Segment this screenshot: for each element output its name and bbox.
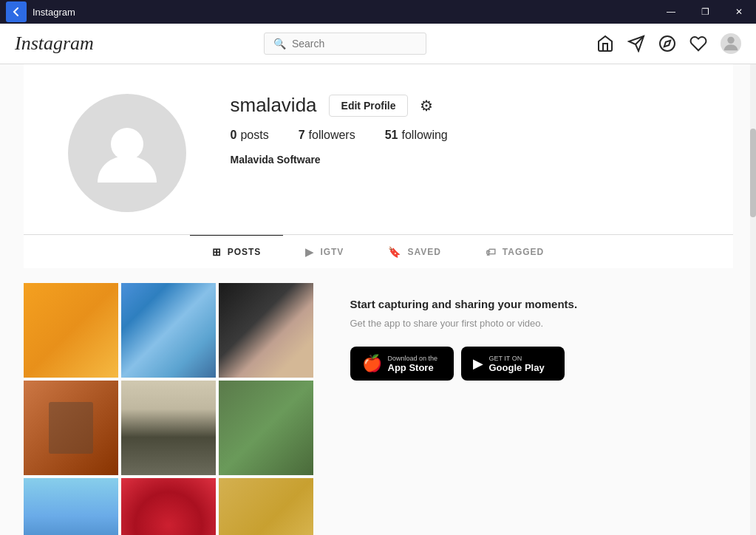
- nav-icons: [596, 33, 741, 54]
- following-stat: 51 following: [385, 129, 448, 142]
- tagged-tab-icon: 🏷: [486, 246, 497, 258]
- following-label: following: [402, 129, 448, 142]
- title-bar: Instagram — ❐ ✕: [0, 0, 756, 24]
- post-thumbnail[interactable]: [219, 478, 313, 535]
- tab-saved[interactable]: 🔖 SAVED: [366, 235, 463, 268]
- minimize-button[interactable]: —: [654, 0, 688, 24]
- profile-section: smalavida Edit Profile ⚙ 0 posts 7 follo…: [24, 64, 733, 234]
- post-thumbnail[interactable]: [219, 283, 313, 378]
- top-navigation: Instagram 🔍: [0, 24, 756, 64]
- svg-point-2: [660, 36, 675, 51]
- profile-info: smalavida Edit Profile ⚙ 0 posts 7 follo…: [231, 94, 689, 166]
- scrollbar-track: [750, 64, 756, 535]
- profile-avatar-small[interactable]: [721, 33, 741, 54]
- home-icon[interactable]: [596, 35, 614, 52]
- tab-posts[interactable]: ⊞ POSTS: [190, 235, 284, 268]
- titlebar-left: Instagram: [6, 1, 75, 22]
- edit-profile-button[interactable]: Edit Profile: [329, 95, 409, 117]
- followers-count: 7: [299, 129, 305, 142]
- scrollbar-thumb[interactable]: [750, 129, 756, 217]
- google-play-sub: GET IT ON: [489, 355, 545, 362]
- close-button[interactable]: ✕: [722, 0, 756, 24]
- maximize-button[interactable]: ❐: [688, 0, 722, 24]
- app-buttons: 🍎 Download on the App Store ▶ GET IT ON …: [350, 347, 733, 381]
- post-thumbnail[interactable]: [219, 381, 313, 475]
- profile-bio: Malavida Software: [231, 154, 689, 166]
- back-button[interactable]: [6, 1, 27, 22]
- google-play-button[interactable]: ▶ GET IT ON Google Play: [461, 347, 565, 381]
- apple-icon: 🍎: [362, 354, 382, 373]
- search-bar[interactable]: 🔍: [264, 33, 426, 55]
- svg-marker-3: [664, 41, 670, 47]
- window-title: Instagram: [33, 7, 75, 18]
- tab-posts-label: POSTS: [228, 247, 262, 257]
- username-row: smalavida Edit Profile ⚙: [231, 94, 689, 117]
- posts-stat: 0 posts: [231, 129, 269, 142]
- google-play-icon: ▶: [473, 355, 483, 372]
- app-store-button[interactable]: 🍎 Download on the App Store: [350, 347, 454, 381]
- igtv-tab-icon: ▶: [305, 246, 314, 258]
- explore-icon[interactable]: [658, 35, 676, 52]
- post-thumbnail[interactable]: [24, 478, 118, 535]
- settings-icon[interactable]: ⚙: [420, 97, 433, 115]
- following-count: 51: [385, 129, 398, 142]
- profile-stats: 0 posts 7 followers 51 following: [231, 129, 689, 142]
- send-icon[interactable]: [627, 35, 645, 52]
- tab-tagged[interactable]: 🏷 TAGGED: [463, 235, 566, 268]
- post-thumbnail[interactable]: [121, 283, 216, 378]
- post-thumbnail[interactable]: [24, 381, 118, 475]
- post-thumbnail[interactable]: [121, 478, 216, 535]
- posts-tab-icon: ⊞: [212, 246, 222, 258]
- followers-stat: 7 followers: [299, 129, 355, 142]
- google-play-text: GET IT ON Google Play: [489, 355, 545, 373]
- posts-count: 0: [231, 129, 237, 142]
- followers-label: followers: [309, 129, 355, 142]
- app-store-sub: Download on the: [388, 355, 438, 362]
- tab-igtv-label: IGTV: [320, 247, 344, 257]
- content-area: Start capturing and sharing your moments…: [24, 268, 733, 535]
- main-content: smalavida Edit Profile ⚙ 0 posts 7 follo…: [0, 64, 756, 535]
- svg-point-4: [727, 37, 734, 44]
- app-store-text: Download on the App Store: [388, 355, 438, 373]
- svg-point-5: [111, 128, 143, 160]
- tab-tagged-label: TAGGED: [503, 247, 544, 257]
- tabs-row: ⊞ POSTS ▶ IGTV 🔖 SAVED 🏷 TAGGED: [24, 235, 733, 268]
- post-thumbnail[interactable]: [121, 381, 216, 475]
- profile-username: smalavida: [231, 94, 317, 117]
- heart-icon[interactable]: [689, 35, 707, 52]
- share-prompt: Start capturing and sharing your moments…: [350, 298, 733, 310]
- post-thumbnail[interactable]: [24, 283, 118, 378]
- app-store-name: App Store: [388, 362, 438, 373]
- posts-grid: [24, 283, 313, 535]
- search-input[interactable]: [292, 38, 410, 50]
- instagram-logo[interactable]: Instagram: [15, 33, 94, 55]
- tab-igtv[interactable]: ▶ IGTV: [283, 235, 366, 268]
- share-subtitle: Get the app to share your first photo or…: [350, 318, 733, 329]
- tab-saved-label: SAVED: [407, 247, 440, 257]
- side-panel: Start capturing and sharing your moments…: [336, 283, 733, 535]
- saved-tab-icon: 🔖: [388, 246, 401, 258]
- window-controls: — ❐ ✕: [654, 0, 756, 24]
- posts-label: posts: [240, 129, 268, 142]
- search-icon: 🔍: [273, 38, 286, 50]
- google-play-name: Google Play: [489, 362, 545, 373]
- profile-avatar: [68, 94, 186, 212]
